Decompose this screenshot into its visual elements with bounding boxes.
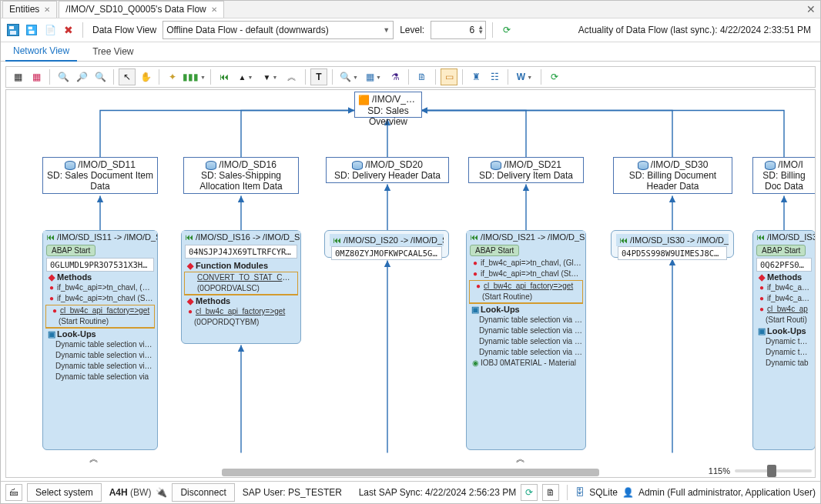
lookup-item[interactable]: Dynamic table selection via variable: lv…: [467, 315, 585, 325]
infoprovider-node[interactable]: /IMO/I SD: Billing Doc Data: [752, 157, 816, 194]
close-icon[interactable]: ✕: [211, 2, 217, 18]
tab-entities[interactable]: Entities ✕: [2, 1, 57, 18]
cylinder-icon: [206, 161, 216, 170]
method-factory-link[interactable]: ●cl_bw4c_ap: [753, 304, 815, 315]
method-factory-link[interactable]: ●cl_bw4c_api_factory=>get: [46, 305, 154, 316]
disconnect-button[interactable]: Disconnect: [172, 483, 234, 502]
expand-indicator[interactable]: ︽: [516, 452, 525, 466]
refresh-icon[interactable]: ⟳: [546, 68, 563, 85]
method-note: (Start Routi): [753, 315, 815, 325]
cylinder-icon: [352, 161, 363, 170]
panel-is21[interactable]: ⏮/IMO/SD_IS21 -> /IMO/D_SD21 ABAP Start …: [466, 230, 586, 450]
save-all-button[interactable]: [24, 22, 39, 38]
highlight-dropdown[interactable]: ▮▮▮▼: [183, 68, 206, 85]
node-id: /IMO/I: [778, 159, 803, 170]
iobj-material-item[interactable]: ◉IOBJ 0MATERIAL - Material: [467, 358, 585, 369]
doc-icon[interactable]: 🗎: [542, 484, 559, 501]
tab-tree-view[interactable]: Tree View: [85, 43, 141, 61]
chevron-down-icon: ▼: [383, 26, 390, 34]
flask-icon[interactable]: ⚗: [387, 68, 404, 85]
diagram-canvas[interactable]: 🟧/IMO/V_SD10 SD: Sales Overview ⏮/IMO/SD…: [6, 90, 815, 477]
app-window: Entities ✕ /IMO/V_SD10_Q0005's Data Flow…: [0, 0, 821, 504]
zoom-fit-button[interactable]: 🔎: [73, 68, 90, 85]
method-item[interactable]: ●if_bw4c_api= (Start Routin): [753, 293, 815, 304]
select-system-button[interactable]: Select system: [27, 483, 102, 502]
panel-is11[interactable]: ⏮/IMO/SD_IS11 -> /IMO/D_SD11 ABAP Start …: [42, 230, 158, 450]
zoom-out-button[interactable]: 🔍: [92, 68, 109, 85]
infoprovider-node[interactable]: /IMO/D_SD11 SD: Sales Document Item Data: [42, 157, 158, 194]
horizontal-scrollbar[interactable]: [6, 468, 815, 477]
hash-box: 0MZ80ZYJMOFKWPCAAL5GAAC6…: [331, 246, 442, 260]
tab-dataflow[interactable]: /IMO/V_SD10_Q0005's Data Flow ✕: [59, 1, 223, 18]
text-tool[interactable]: T: [310, 68, 327, 85]
panel-is31[interactable]: ⏮/IMO/SD_IS31 - ABAP Start 0Q62PFS0O9UGX…: [752, 230, 816, 450]
expand-indicator[interactable]: ︽: [89, 452, 99, 466]
pan-tool[interactable]: ✋: [137, 68, 154, 85]
method-item[interactable]: ●if_bw4c_api=>tn_chavl (Start Routine): [43, 293, 157, 304]
method-item[interactable]: ●if_bw4c_api= (Global data): [753, 282, 815, 293]
zoom-control[interactable]: 115%: [709, 466, 812, 476]
collapse-up-icon[interactable]: ︽: [283, 68, 300, 85]
method-factory-link[interactable]: ●cl_bw4c_api_factory=>get: [182, 306, 300, 317]
infoprovider-node[interactable]: /IMO/D_SD20 SD: Delivery Header Data: [326, 157, 449, 183]
down-dropdown[interactable]: ▼: [259, 68, 282, 85]
panel-is16[interactable]: ⏮/IMO/SD_IS16 -> /IMO/D_SD16 04NSJPJ4JX6…: [181, 230, 301, 344]
zoom-track[interactable]: [735, 469, 812, 472]
pointer-tool[interactable]: ↖: [119, 68, 136, 85]
up-dropdown[interactable]: ▼: [234, 68, 257, 85]
node-id: /IMO/D_SD20: [365, 159, 423, 170]
panel-is20[interactable]: ⏮/IMO/SD_IS20 -> /IMO/D_SD20 0MZ80ZYJMOF…: [324, 230, 449, 258]
root-node-sub: SD: Sales Overview: [357, 105, 420, 127]
lookup-item[interactable]: Dynamic table selection via: [43, 372, 157, 382]
layout-dropdown[interactable]: ▦▼: [362, 68, 385, 85]
level-label: Level:: [397, 25, 427, 35]
refresh-button-main[interactable]: ⟳: [499, 22, 514, 38]
method-item[interactable]: ●if_bw4c_api=>tn_chavl, (Global data): [43, 282, 157, 293]
method-item[interactable]: ●if_bw4c_api=>tn_chavl (Start Routine): [467, 269, 585, 279]
lookup-item[interactable]: Dynamic table selection via variable: lv…: [467, 325, 585, 336]
panel-is30[interactable]: ⏮/IMO/SD_IS30 -> /IMO/D_SD30 04PD5S998W9…: [611, 230, 734, 258]
grid-icon[interactable]: ▦: [9, 68, 26, 85]
file-tab-strip: Entities ✕ /IMO/V_SD10_Q0005's Data Flow…: [1, 1, 820, 18]
diagram-canvas-wrap[interactable]: 🟧/IMO/V_SD10 SD: Sales Overview ⏮/IMO/SD…: [5, 89, 816, 478]
zoom-in-button[interactable]: 🔍: [55, 68, 72, 85]
lookup-item[interactable]: Dynamic tab lv_c (Start Routi): [753, 336, 815, 347]
dataflow-view-dropdown[interactable]: Offline Data Flow - default (downwards) …: [163, 21, 394, 39]
user-icon: 👤: [622, 487, 634, 498]
view-label: Data Flow View: [89, 25, 159, 35]
lookup-item[interactable]: Dynamic table selection via variable: lv…: [43, 339, 157, 350]
close-icon[interactable]: ✕: [44, 2, 50, 18]
spinner-arrows[interactable]: ▲▼: [478, 25, 484, 35]
tree-icon[interactable]: ♜: [467, 68, 484, 85]
infoprovider-node[interactable]: /IMO/D_SD30 SD: Billing Document Header …: [613, 157, 732, 194]
lookup-item[interactable]: Dynamic table selection via variable: l_…: [467, 347, 585, 358]
grid-highlight-icon[interactable]: ▦: [28, 68, 45, 85]
delete-button[interactable]: ✖: [61, 22, 76, 38]
node-id: /IMO/D_SD11: [78, 159, 136, 170]
infoprovider-node[interactable]: /IMO/D_SD21 SD: Delivery Item Data: [468, 157, 584, 183]
vertical-layout-button[interactable]: ▭: [441, 68, 457, 85]
lookup-item[interactable]: Dynamic table selection via variable: lv…: [467, 336, 585, 347]
lookup-item[interactable]: Dynamic tab: [753, 358, 815, 369]
root-node[interactable]: 🟧/IMO/V_SD10 SD: Sales Overview: [354, 92, 422, 118]
function-module-link[interactable]: CONVERT_TO_STAT_CURRENCY: [185, 272, 297, 283]
copy-button[interactable]: [42, 22, 58, 38]
system-icon[interactable]: 🖮: [5, 484, 22, 501]
search-dropdown[interactable]: 🔍▼: [337, 68, 360, 85]
wand-tool[interactable]: ✦: [164, 68, 181, 85]
infoprovider-node[interactable]: /IMO/D_SD16 SD: Sales-Shipping Allocatio…: [183, 157, 299, 194]
export-icon[interactable]: 🗎: [414, 68, 431, 85]
lookup-item[interactable]: Dynamic tab variable: lv_p (Start Routin…: [753, 347, 815, 358]
method-factory-link[interactable]: ●cl_bw4c_api_factory=>get: [470, 281, 582, 292]
tab-network-view[interactable]: Network View: [5, 42, 77, 62]
method-item[interactable]: ●if_bw4c_api=>tn_chavl, (Global data): [467, 258, 585, 269]
level-spinner[interactable]: 6 ▲▼: [431, 21, 486, 39]
save-button[interactable]: [5, 22, 21, 38]
org-icon[interactable]: ☷: [486, 68, 503, 85]
lookup-item[interactable]: Dynamic table selection via variable: lv…: [43, 361, 157, 372]
lookup-item[interactable]: Dynamic table selection via variable: lv…: [43, 350, 157, 361]
refresh-sync-button[interactable]: ⟳: [521, 484, 538, 501]
skip-start-icon[interactable]: ⏮: [216, 68, 233, 85]
doc-dropdown[interactable]: W▼: [513, 68, 536, 85]
close-pane-icon[interactable]: ✕: [806, 3, 816, 15]
